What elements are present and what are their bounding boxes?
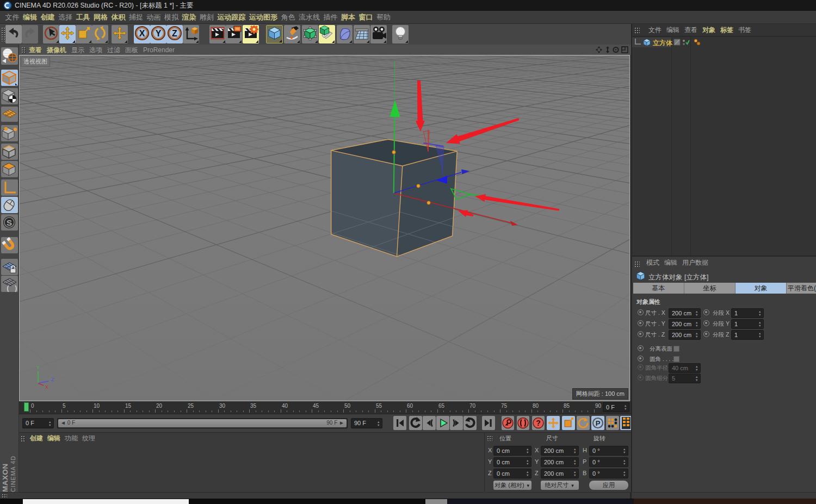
svg-text:CINEMA 4D: CINEMA 4D bbox=[10, 456, 16, 492]
svg-text:MAXON: MAXON bbox=[1, 463, 9, 492]
svg-text:?: ? bbox=[536, 419, 541, 427]
svg-text:Y: Y bbox=[36, 365, 40, 370]
svg-text:X: X bbox=[139, 29, 145, 38]
svg-text:Z: Z bbox=[172, 29, 177, 38]
svg-text:S: S bbox=[7, 218, 12, 227]
svg-text:Z: Z bbox=[51, 377, 54, 382]
svg-text:X: X bbox=[45, 384, 48, 390]
svg-text:Y: Y bbox=[156, 29, 162, 38]
svg-text:( ): ( ) bbox=[6, 285, 18, 292]
svg-text:P: P bbox=[596, 419, 601, 427]
